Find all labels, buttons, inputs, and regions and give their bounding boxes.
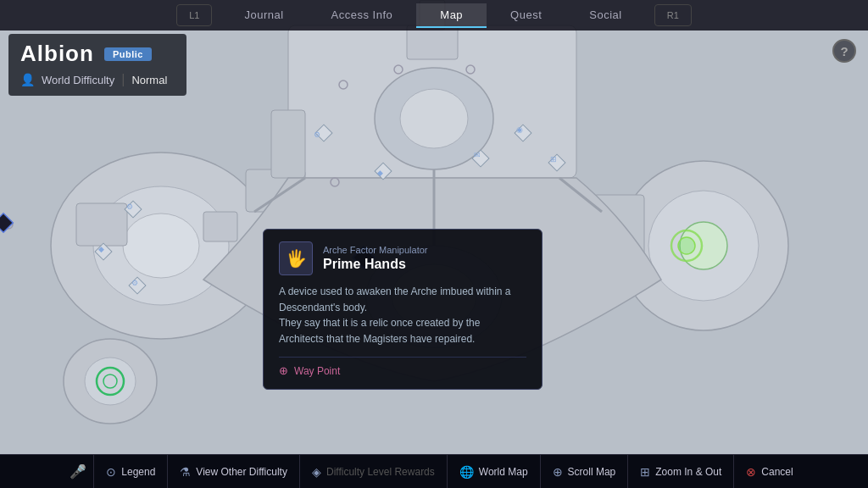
difficulty-value: Normal (131, 74, 167, 86)
item-info-popup: 🖐 Arche Factor Manipulator Prime Hands A… (263, 229, 542, 390)
difficulty-rewards-label: Difficulty Level Rewards (326, 466, 435, 478)
tab-quest[interactable]: Quest (487, 3, 565, 28)
popup-description: A device used to awaken the Arche imbued… (279, 284, 526, 347)
svg-text:⚙: ⚙ (314, 130, 320, 139)
l1-button[interactable]: L1 (176, 4, 212, 26)
difficulty-row: 👤 World Difficulty | Normal (20, 72, 175, 87)
cancel-label: Cancel (761, 466, 793, 478)
tab-journal[interactable]: Journal (220, 3, 307, 28)
view-difficulty-button[interactable]: ⚗ View Other Difficulty (168, 455, 300, 488)
legend-icon: ⊙ (106, 465, 116, 479)
difficulty-rewards-button[interactable]: ◈ Difficulty Level Rewards (300, 455, 448, 488)
top-navigation: L1 Journal Access Info Map Quest Social … (0, 0, 868, 30)
zoom-icon: ⊞ (640, 465, 650, 479)
svg-text:⊞: ⊞ (550, 155, 557, 164)
tab-social[interactable]: Social (565, 3, 645, 28)
scroll-map-label: Scroll Map (568, 466, 616, 478)
world-map-label: World Map (479, 466, 528, 478)
nav-tabs: L1 Journal Access Info Map Quest Social … (168, 3, 700, 28)
svg-point-20 (85, 358, 136, 405)
difficulty-icon: ⚗ (180, 465, 191, 479)
svg-rect-7 (76, 203, 127, 246)
bottom-bar: 🎤 ⊙ Legend ⚗ View Other Difficulty ◈ Dif… (0, 454, 868, 488)
world-map-button[interactable]: 🌐 World Map (448, 455, 541, 488)
scroll-map-button[interactable]: ⊕ Scroll Map (541, 455, 629, 488)
tab-access-info[interactable]: Access Info (308, 3, 417, 28)
cancel-icon: ⊗ (746, 465, 756, 479)
zoom-button[interactable]: ⊞ Zoom In & Out (628, 455, 734, 488)
svg-text:✉: ✉ (474, 151, 481, 159)
svg-text:◆: ◆ (377, 169, 383, 177)
public-badge: Public (104, 47, 152, 61)
legend-label: Legend (121, 466, 155, 478)
svg-text:◆: ◆ (98, 245, 104, 253)
svg-text:⚙: ⚙ (126, 202, 133, 211)
title-row: Albion Public (20, 41, 175, 67)
popup-header: 🖐 Arche Factor Manipulator Prime Hands (279, 241, 526, 275)
svg-rect-10 (271, 110, 305, 178)
svg-text:⚙: ⚙ (131, 279, 138, 287)
world-map-icon: 🌐 (459, 465, 474, 479)
cancel-button[interactable]: ⊗ Cancel (734, 455, 804, 488)
svg-point-6 (123, 214, 199, 278)
legend-button[interactable]: ⊙ Legend (94, 455, 168, 488)
separator: | (121, 72, 125, 87)
popup-text-area: Arche Factor Manipulator Prime Hands (323, 245, 428, 272)
tab-map[interactable]: Map (416, 3, 487, 28)
popup-item-name: Prime Hands (323, 257, 428, 272)
hand-icon: 🖐 (286, 248, 307, 269)
svg-text:◉: ◉ (516, 125, 523, 134)
popup-item-icon: 🖐 (279, 241, 313, 275)
svg-rect-15 (407, 25, 458, 59)
waypoint-icon: ⊕ (279, 364, 288, 377)
zoom-label: Zoom In & Out (655, 466, 721, 478)
help-button[interactable]: ? (832, 39, 856, 63)
waypoint-row: ⊕ Way Point (279, 357, 526, 377)
rewards-icon: ◈ (312, 465, 321, 479)
svg-point-3 (400, 89, 468, 148)
page-title: Albion (20, 41, 94, 67)
difficulty-label: World Difficulty (42, 74, 114, 86)
difficulty-icon: 👤 (20, 73, 35, 86)
mic-area: 🎤 (63, 455, 94, 488)
r1-button[interactable]: R1 (654, 4, 692, 26)
view-difficulty-label: View Other Difficulty (196, 466, 287, 478)
svg-rect-8 (203, 212, 237, 241)
scroll-icon: ⊕ (553, 465, 563, 479)
svg-point-40 (678, 237, 695, 254)
waypoint-label: Way Point (294, 365, 340, 377)
popup-subtitle: Arche Factor Manipulator (323, 245, 428, 255)
location-header: Albion Public 👤 World Difficulty | Norma… (8, 34, 186, 96)
mic-icon: 🎤 (70, 463, 86, 480)
